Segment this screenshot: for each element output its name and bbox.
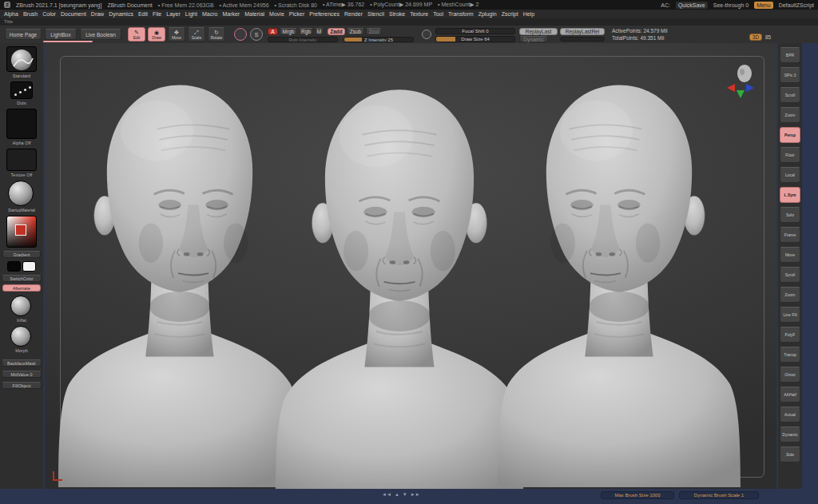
menu-picker[interactable]: Picker [289, 11, 304, 17]
menu-help[interactable]: Help [523, 11, 534, 17]
main-color-swatch[interactable] [7, 261, 21, 272]
replay-last-button[interactable]: ReplayLast [519, 28, 558, 35]
menu-stencil[interactable]: Stencil [367, 11, 384, 17]
color-picker[interactable] [6, 216, 37, 248]
menu-color[interactable]: Color [42, 11, 56, 17]
right-shelf-spix[interactable]: SPix 3 [780, 67, 800, 83]
adjust-last-slider[interactable] [560, 37, 605, 42]
dynamic-draw-size-toggle[interactable]: Dynamic [519, 36, 548, 42]
mrgb-button[interactable]: Mrgb [280, 28, 297, 35]
right-shelf-transp[interactable]: Transp [780, 347, 800, 363]
edit-button[interactable]: ✎ Edit [128, 27, 145, 42]
right-shelf-line-fill[interactable]: Line Fill [780, 307, 800, 323]
fill-object-button[interactable]: FillObject [2, 382, 42, 389]
menu-zscript[interactable]: Zscript [502, 11, 518, 17]
texture-thumbnail[interactable] [6, 149, 37, 171]
menu-texture[interactable]: Texture [410, 11, 428, 17]
m-button[interactable]: M [315, 28, 324, 35]
scroll-left-icon[interactable]: ◄◄ [382, 492, 391, 497]
current-brush-thumbnail[interactable] [6, 46, 37, 72]
right-shelf-dynamic[interactable]: Dynamic [780, 427, 800, 442]
inflat-brush-thumbnail[interactable] [10, 296, 31, 316]
menu-zplugin[interactable]: Zplugin [478, 11, 497, 17]
backface-mask-button[interactable]: BackfaceMask [2, 359, 42, 367]
menu-movie[interactable]: Movie [269, 11, 284, 17]
zcut-button[interactable]: Zcut [366, 28, 382, 35]
canvas-scroll-controls[interactable]: ◄◄ ▲ ▼ ►► [382, 492, 420, 497]
rgb-button[interactable]: Rgb [299, 28, 313, 35]
replay-last-rel-button[interactable]: ReplayLastRel [560, 28, 605, 35]
right-shelf-ghost[interactable]: Ghost [780, 367, 800, 383]
stroke-thumbnail[interactable] [10, 81, 33, 99]
menu-transform[interactable]: Transform [448, 11, 474, 17]
morph-brush-thumbnail[interactable] [10, 326, 31, 347]
alpha-thumbnail[interactable] [6, 109, 37, 139]
camera-orientation-gizmo[interactable] [725, 64, 756, 99]
right-shelf-scroll-canvas[interactable]: Scroll [780, 87, 800, 103]
quicksave-button[interactable]: QuickSave [676, 2, 708, 9]
z-intensity-slider[interactable]: Z Intensity 25 [343, 37, 414, 42]
color-a-swatch[interactable]: A [268, 28, 278, 35]
menu-document[interactable]: Document [61, 11, 86, 17]
right-shelf-side[interactable]: Side [780, 446, 800, 462]
right-shelf-solo[interactable]: Solo [780, 207, 800, 223]
mid-value-slider[interactable]: MidValue 0 [2, 371, 42, 378]
zadd-button[interactable]: Zadd [328, 28, 345, 35]
rgb-intensity-slider[interactable]: Rgb Intensity [268, 37, 338, 42]
scroll-down-icon[interactable]: ▼ [403, 492, 407, 497]
right-shelf-zoom3d[interactable]: Zoom [780, 287, 800, 303]
right-shelf-local[interactable]: Local [780, 167, 800, 183]
see-through-slider[interactable]: See-through 0 [713, 2, 749, 8]
scroll-right-icon[interactable]: ►► [411, 492, 420, 497]
right-shelf-lsym[interactable]: L.Sym [780, 187, 800, 203]
menu-tool[interactable]: Tool [433, 11, 443, 17]
menu-alpha[interactable]: Alpha [4, 11, 18, 17]
menu-light[interactable]: Light [185, 11, 197, 17]
live-boolean-button[interactable]: Live Boolean [80, 29, 121, 40]
rotate-button[interactable]: ↻ Rotate [208, 27, 225, 42]
menu-toggle-button[interactable]: Menu [754, 2, 773, 9]
alternate-button[interactable]: Alternate [2, 284, 41, 292]
mode-3d-button[interactable]: 3D [749, 34, 762, 41]
gradient-button[interactable]: Gradient [2, 251, 41, 258]
material-s-icon[interactable]: S [250, 28, 263, 41]
right-shelf-polyf[interactable]: PolyF [780, 327, 800, 343]
zsub-button[interactable]: Zsub [347, 28, 364, 35]
menu-marker[interactable]: Marker [222, 11, 240, 17]
right-shelf-scroll3d[interactable]: Scroll [780, 267, 800, 283]
draw-button[interactable]: ◉ Draw [148, 27, 165, 42]
right-shelf-move[interactable]: Move [780, 247, 800, 263]
right-shelf-zoom-canvas[interactable]: Zoom [780, 107, 800, 123]
scale-button[interactable]: ⤢ Scale [188, 27, 205, 42]
default-zscript-button[interactable]: DefaultZScript [779, 2, 814, 8]
menu-render[interactable]: Render [344, 11, 363, 17]
right-shelf-frame[interactable]: Frame [780, 227, 800, 243]
menu-dynamics[interactable]: Dynamics [109, 11, 133, 17]
document-canvas[interactable] [45, 43, 776, 489]
scroll-up-icon[interactable]: ▲ [395, 492, 399, 497]
switch-color-button[interactable]: SwitchColor [2, 275, 42, 282]
right-shelf-bpr[interactable]: BPR [780, 47, 800, 63]
menu-stroke[interactable]: Stroke [389, 11, 405, 17]
ac-toggle[interactable]: AC: [661, 2, 670, 8]
dynamic-brush-scale-slider[interactable]: Dynamic Brush Scale 1 [679, 491, 759, 499]
right-shelf-floor[interactable]: Floor [780, 147, 800, 163]
move-button[interactable]: ✥ Move [168, 27, 185, 42]
material-thumbnail[interactable] [8, 181, 34, 206]
focal-shift-slider[interactable]: Focal Shift 0 [435, 28, 515, 34]
secondary-color-swatch[interactable] [22, 261, 36, 272]
right-shelf-persp[interactable]: Persp [780, 127, 800, 143]
right-shelf-actual[interactable]: Actual [780, 407, 800, 423]
menu-macro[interactable]: Macro [202, 11, 217, 17]
lightbox-button[interactable]: LightBox [45, 29, 77, 40]
brush-preview-icon[interactable] [234, 28, 247, 41]
right-shelf-aahalf[interactable]: AAHalf [780, 387, 800, 403]
home-page-button[interactable]: Home Page [5, 29, 42, 40]
menu-draw[interactable]: Draw [91, 11, 104, 17]
draw-size-slider[interactable]: Draw Size 64 [435, 36, 515, 42]
menu-preferences[interactable]: Preferences [309, 11, 340, 17]
menu-edit[interactable]: Edit [138, 11, 148, 17]
menu-brush[interactable]: Brush [23, 11, 38, 17]
max-brush-size-slider[interactable]: Max Brush Size 1000 [601, 491, 674, 499]
menu-layer[interactable]: Layer [166, 11, 181, 17]
